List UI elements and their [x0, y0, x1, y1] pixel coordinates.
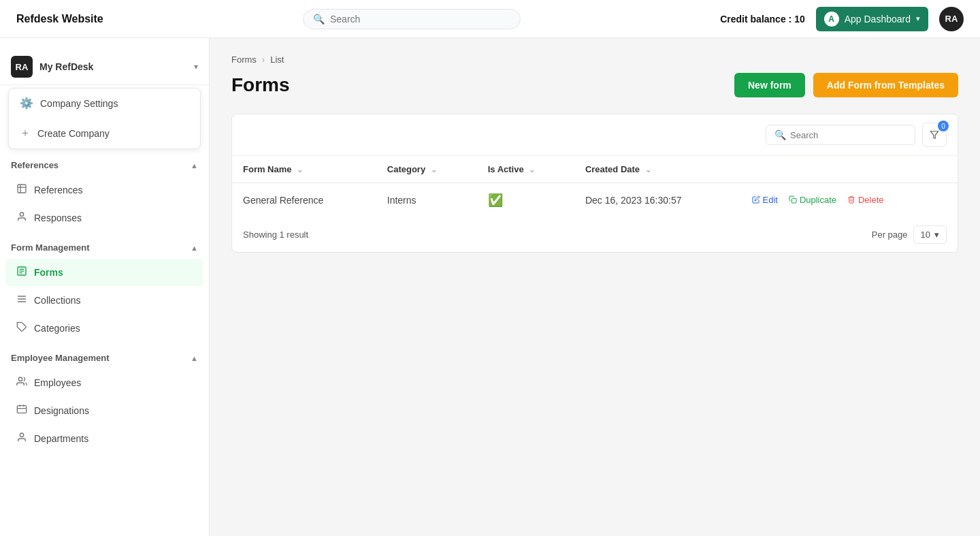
forms-icon — [16, 266, 27, 279]
topnav: Refdesk Website 🔍 Credit balance : 10 A … — [0, 0, 980, 38]
sidebar-section-form-management: Form Management ▲ Forms Collections Cat — [0, 237, 209, 342]
sidebar-section-references: References ▲ References Responses — [0, 155, 209, 232]
form-management-section-header[interactable]: Form Management ▲ — [0, 237, 209, 258]
sort-icon-created-date: ⌄ — [645, 165, 651, 174]
designations-label: Designations — [34, 405, 89, 416]
dashboard-label: App Dashboard — [845, 14, 911, 25]
col-created-date[interactable]: Created Date ⌄ — [574, 156, 741, 183]
table-row: General Reference Interns ✅ Dec 16, 2023… — [232, 183, 958, 218]
chevron-down-icon: ▾ — [916, 14, 920, 23]
col-actions — [741, 156, 958, 183]
sidebar-user-chevron: ▾ — [194, 62, 198, 72]
employee-management-chevron-icon: ▲ — [191, 354, 198, 362]
table-toolbar: 🔍 0 — [232, 114, 958, 156]
forms-label: Forms — [34, 267, 63, 278]
sidebar-user-name: My RefDesk — [39, 61, 187, 72]
delete-button[interactable]: Delete — [847, 195, 884, 205]
plus-icon: ＋ — [20, 126, 31, 140]
col-is-active[interactable]: Is Active ⌄ — [477, 156, 574, 183]
page-title: Forms — [231, 74, 290, 96]
sidebar-item-categories[interactable]: Categories — [5, 315, 203, 342]
svg-rect-10 — [17, 406, 26, 413]
col-form-name[interactable]: Form Name ⌄ — [232, 156, 376, 183]
create-company-label: Create Company — [37, 128, 110, 139]
per-page-select[interactable]: 10 ▾ — [913, 225, 947, 244]
sidebar: RA My RefDesk ▾ ⚙️ Company Settings ＋ Cr… — [0, 38, 210, 536]
sidebar-user[interactable]: RA My RefDesk ▾ — [0, 49, 209, 85]
header-actions: New form Add Form from Templates — [734, 73, 958, 97]
table-search-icon: 🔍 — [774, 129, 786, 140]
collections-icon — [16, 294, 27, 307]
app-logo: Refdesk Website — [16, 13, 103, 25]
employee-management-section-title: Employee Management — [11, 353, 110, 363]
page-header: Forms New form Add Form from Templates — [231, 73, 958, 97]
references-chevron-icon: ▲ — [191, 161, 198, 170]
sidebar-item-responses[interactable]: Responses — [5, 204, 203, 232]
sort-icon-is-active: ⌄ — [529, 165, 535, 174]
sidebar-item-create-company[interactable]: ＋ Create Company — [9, 118, 200, 148]
company-settings-label: Company Settings — [40, 98, 118, 109]
svg-point-14 — [20, 433, 23, 437]
references-section-title: References — [11, 160, 59, 170]
per-page-chevron-icon: ▾ — [934, 230, 939, 240]
layout: RA My RefDesk ▾ ⚙️ Company Settings ＋ Cr… — [0, 0, 980, 536]
search-input[interactable] — [330, 14, 510, 25]
employee-management-section-header[interactable]: Employee Management ▲ — [0, 347, 209, 368]
breadcrumb-forms[interactable]: Forms — [231, 54, 257, 65]
responses-label: Responses — [34, 212, 82, 223]
svg-marker-15 — [930, 131, 938, 139]
showing-text: Showing 1 result — [243, 230, 308, 240]
breadcrumb-list: List — [270, 54, 284, 65]
search-container: 🔍 — [103, 9, 720, 29]
svg-rect-0 — [18, 185, 26, 193]
app-dashboard-button[interactable]: A App Dashboard ▾ — [816, 7, 928, 31]
filter-badge: 0 — [938, 121, 949, 131]
main-content: Forms › List Forms New form Add Form fro… — [210, 38, 980, 536]
search-box: 🔍 — [303, 9, 521, 29]
responses-icon — [16, 211, 27, 225]
references-icon — [16, 183, 27, 197]
form-management-chevron-icon: ▲ — [191, 244, 198, 252]
sidebar-dropdown: ⚙️ Company Settings ＋ Create Company — [8, 88, 201, 149]
cell-form-name: General Reference — [232, 183, 376, 218]
sidebar-item-employees[interactable]: Employees — [5, 369, 203, 396]
sort-icon-category: ⌄ — [431, 165, 437, 174]
add-template-button[interactable]: Add Form from Templates — [813, 73, 958, 97]
cell-created-date: Dec 16, 2023 16:30:57 — [574, 183, 741, 218]
sidebar-item-collections[interactable]: Collections — [5, 287, 203, 314]
references-section-header[interactable]: References ▲ — [0, 155, 209, 176]
employees-label: Employees — [34, 377, 81, 388]
sort-icon-form-name: ⌄ — [297, 165, 303, 174]
categories-icon — [16, 321, 27, 335]
cell-actions: Edit Duplicate Delete — [741, 183, 958, 218]
per-page-value: 10 — [921, 230, 930, 240]
sidebar-item-designations[interactable]: Designations — [5, 397, 203, 424]
col-category[interactable]: Category ⌄ — [376, 156, 477, 183]
cell-is-active: ✅ — [477, 183, 574, 218]
sidebar-item-references[interactable]: References — [5, 176, 203, 204]
designations-icon — [16, 404, 27, 417]
table-card: 🔍 0 Form Name ⌄ C — [231, 114, 958, 253]
credit-balance: Credit balance : 10 — [720, 14, 805, 25]
table-search-box: 🔍 — [766, 125, 915, 145]
cell-category: Interns — [376, 183, 477, 218]
gear-icon: ⚙️ — [20, 97, 33, 110]
table-header-row: Form Name ⌄ Category ⌄ Is Active ⌄ Cre — [232, 156, 958, 183]
duplicate-button[interactable]: Duplicate — [789, 195, 836, 205]
sidebar-user-avatar: RA — [11, 56, 33, 78]
edit-button[interactable]: Edit — [752, 195, 778, 205]
sidebar-item-departments[interactable]: Departments — [5, 425, 203, 452]
new-form-button[interactable]: New form — [734, 73, 805, 97]
table-search-input[interactable] — [790, 130, 906, 140]
employees-icon — [16, 376, 27, 390]
table-footer: Showing 1 result Per page 10 ▾ — [232, 217, 958, 252]
references-label: References — [34, 185, 83, 195]
forms-table: Form Name ⌄ Category ⌄ Is Active ⌄ Cre — [232, 156, 958, 217]
sidebar-item-forms[interactable]: Forms — [5, 259, 203, 286]
departments-icon — [16, 432, 27, 445]
breadcrumb: Forms › List — [231, 54, 958, 65]
filter-button[interactable]: 0 — [922, 123, 947, 147]
svg-point-3 — [20, 212, 23, 216]
sidebar-item-company-settings[interactable]: ⚙️ Company Settings — [9, 89, 200, 118]
user-avatar[interactable]: RA — [939, 7, 964, 31]
